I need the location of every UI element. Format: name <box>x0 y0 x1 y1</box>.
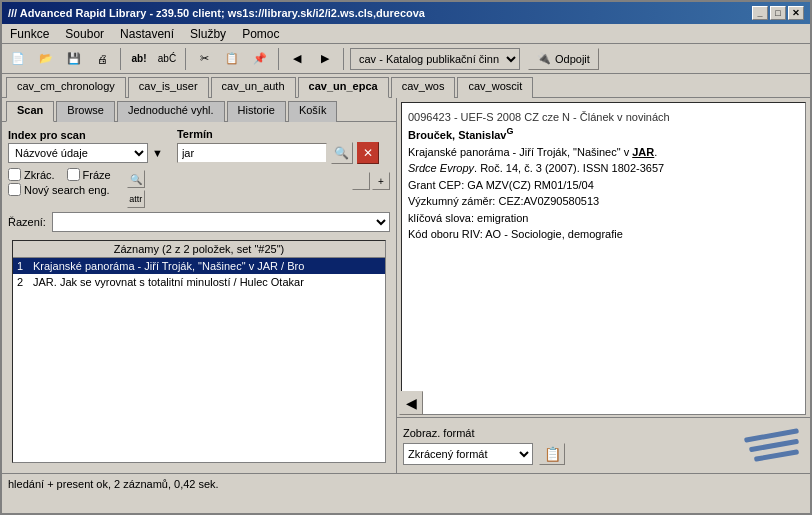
status-bar: hledání + present ok, 2 záznamů, 0,42 se… <box>2 473 810 493</box>
tab-cav-wos[interactable]: cav_wos <box>391 77 456 98</box>
zkrac-checkbox-label[interactable]: Zkrác. <box>8 168 55 181</box>
result-num-2: 2 <box>17 276 33 288</box>
index-termin-row: Index pro scan Názvové údaje ▼ Termín 🔍 … <box>8 128 390 164</box>
record-title-highlight: JAR <box>632 146 654 158</box>
catalog-dropdown[interactable]: cav - Katalog publikační činn <box>350 48 520 70</box>
toolbar-sep1 <box>120 48 121 70</box>
nav-arrow-area: ◀ <box>399 391 423 415</box>
toolbar: 📄 📂 💾 🖨 ab! abĆ ✂ 📋 📌 ◀ ▶ cav - Katalog … <box>2 44 810 74</box>
right-panel: 0096423 - UEF-S 2008 CZ cze N - Článek v… <box>397 98 810 473</box>
tab-cav-cm-chronology[interactable]: cav_cm_chronology <box>6 77 126 98</box>
termin-input[interactable] <box>177 143 327 163</box>
zoom-icon[interactable]: 🔍 <box>127 170 145 188</box>
toolbar-cut-icon[interactable]: ✂ <box>192 48 216 70</box>
menu-pomoc[interactable]: Pomoc <box>238 27 283 41</box>
title-text: /// Advanced Rapid Library - z39.50 clie… <box>8 7 425 19</box>
toolbar-open-icon[interactable]: 📂 <box>34 48 58 70</box>
minimize-button[interactable]: _ <box>752 6 768 20</box>
record-author: Brouček, StanislavG <box>408 129 513 141</box>
scan-content: Index pro scan Názvové údaje ▼ Termín 🔍 … <box>2 122 396 473</box>
toolbar-print-icon[interactable]: 🖨 <box>90 48 114 70</box>
checkbox-row: Zkrác. Fráze <box>8 168 111 181</box>
tab-cav-un-epca[interactable]: cav_un_epca <box>298 77 389 98</box>
razeni-select[interactable] <box>52 212 390 232</box>
menu-nastaveni[interactable]: Nastavení <box>116 27 178 41</box>
razeni-row: Řazení: <box>8 212 390 232</box>
termin-label: Termín <box>177 128 379 140</box>
format-row: Zkrácený formátPlný formátMARC formát 📋 <box>403 443 565 465</box>
zkrac-checkbox[interactable] <box>8 168 21 181</box>
record-author-line: Brouček, StanislavG <box>408 126 799 144</box>
toolbar-text2-icon[interactable]: abĆ <box>155 48 179 70</box>
results-header: Záznamy (2 z 2 položek, set "#25") <box>13 241 385 258</box>
toolbar-save-icon[interactable]: 💾 <box>62 48 86 70</box>
record-grant: Grant CEP: GA MZV(CZ) RM01/15/04 <box>408 177 799 194</box>
novy-search-checkbox[interactable] <box>8 183 21 196</box>
status-text: hledání + present ok, 2 záznamů, 0,42 se… <box>8 478 219 490</box>
index-select[interactable]: Názvové údaje <box>8 143 148 163</box>
menu-sluzby[interactable]: Služby <box>186 27 230 41</box>
right-bottom: Zobraz. formát Zkrácený formátPlný formá… <box>397 417 810 473</box>
toolbar-paste-icon[interactable]: 📌 <box>248 48 272 70</box>
fraze-checkbox-label[interactable]: Fráze <box>67 168 111 181</box>
toolbar-sep4 <box>343 48 344 70</box>
toolbar-sep3 <box>278 48 279 70</box>
tabs-row1: cav_cm_chronology cav_is_user cav_un_aut… <box>2 74 810 98</box>
copy-button[interactable]: 📋 <box>539 443 565 465</box>
disconnect-icon: 🔌 <box>537 52 551 65</box>
maximize-button[interactable]: □ <box>770 6 786 20</box>
attr-button[interactable]: attr <box>127 190 145 208</box>
fraze-checkbox[interactable] <box>67 168 80 181</box>
result-text-1: Krajanské panoráma - Jiří Troják, "Našin… <box>33 260 304 272</box>
search-button[interactable]: 🔍 <box>331 142 353 164</box>
toolbar-new-icon[interactable]: 📄 <box>6 48 30 70</box>
record-title-line: Krajanské panoráma - Jiří Troják, "Našin… <box>408 144 799 161</box>
tab-cav-is-user[interactable]: cav_is_user <box>128 77 209 98</box>
record-journal-line: Srdce Evropy. Roč. 14, č. 3 (2007). ISSN… <box>408 160 799 177</box>
results-area: Záznamy (2 z 2 položek, set "#25") 1 Kra… <box>12 240 386 463</box>
tab-historie[interactable]: Historie <box>227 101 286 122</box>
title-bar: /// Advanced Rapid Library - z39.50 clie… <box>2 2 810 24</box>
record-kod-oboru: Kód oboru RIV: AO - Sociologie, demograf… <box>408 226 799 243</box>
toolbar-forward-icon[interactable]: ▶ <box>313 48 337 70</box>
tab-cav-un-auth[interactable]: cav_un_auth <box>211 77 296 98</box>
result-item-1[interactable]: 1 Krajanské panoráma - Jiří Troják, "Naš… <box>13 258 385 274</box>
tab-kosik[interactable]: Košík <box>288 101 338 122</box>
format-select[interactable]: Zkrácený formátPlný formátMARC formát <box>403 443 533 465</box>
scroll-left-button[interactable]: ◀ <box>399 391 423 415</box>
tab-browse[interactable]: Browse <box>56 101 115 122</box>
record-vyzkum: Výzkumný záměr: CEZ:AV0Z90580513 <box>408 193 799 210</box>
record-header: 0096423 - UEF-S 2008 CZ cze N - Článek v… <box>408 109 799 126</box>
result-num-1: 1 <box>17 260 33 272</box>
toolbar-copy-icon[interactable]: 📋 <box>220 48 244 70</box>
clear-button[interactable]: ✕ <box>357 142 379 164</box>
small-sq-btn1[interactable] <box>352 172 370 190</box>
disconnect-button[interactable]: 🔌 Odpojit <box>528 48 599 70</box>
menu-bar: Funkce Soubor Nastavení Služby Pomoc <box>2 24 810 44</box>
result-text-2: JAR. Jak se vyrovnat s totalitní minulos… <box>33 276 304 288</box>
result-item-2[interactable]: 2 JAR. Jak se vyrovnat s totalitní minul… <box>13 274 385 290</box>
format-label: Zobraz. formát <box>403 427 565 439</box>
toolbar-text1-icon[interactable]: ab! <box>127 48 151 70</box>
toolbar-sep2 <box>185 48 186 70</box>
left-tabs: Scan Browse Jednoduché vyhl. Historie Ko… <box>2 98 396 122</box>
record-detail: 0096423 - UEF-S 2008 CZ cze N - Článek v… <box>401 102 806 415</box>
small-plus-btn[interactable]: + <box>372 172 390 190</box>
tab-jednoduche-vyhl[interactable]: Jednoduché vyhl. <box>117 101 225 122</box>
record-klicova: klíčová slova: emigration <box>408 210 799 227</box>
stripe-decoration <box>744 426 804 466</box>
index-label: Index pro scan <box>8 129 163 141</box>
close-button[interactable]: ✕ <box>788 6 804 20</box>
format-section: Zobraz. formát Zkrácený formátPlný formá… <box>403 427 565 465</box>
toolbar-back-icon[interactable]: ◀ <box>285 48 309 70</box>
razeni-label: Řazení: <box>8 216 46 228</box>
novy-search-checkbox-label[interactable]: Nový search eng. <box>8 183 110 196</box>
menu-funkce[interactable]: Funkce <box>6 27 53 41</box>
title-bar-buttons: _ □ ✕ <box>752 6 804 20</box>
menu-soubor[interactable]: Soubor <box>61 27 108 41</box>
tab-scan[interactable]: Scan <box>6 101 54 122</box>
main-content: Scan Browse Jednoduché vyhl. Historie Ko… <box>2 98 810 473</box>
tab-cav-woscit[interactable]: cav_woscit <box>457 77 533 98</box>
left-panel: Scan Browse Jednoduché vyhl. Historie Ko… <box>2 98 397 473</box>
record-journal: Srdce Evropy <box>408 162 474 174</box>
